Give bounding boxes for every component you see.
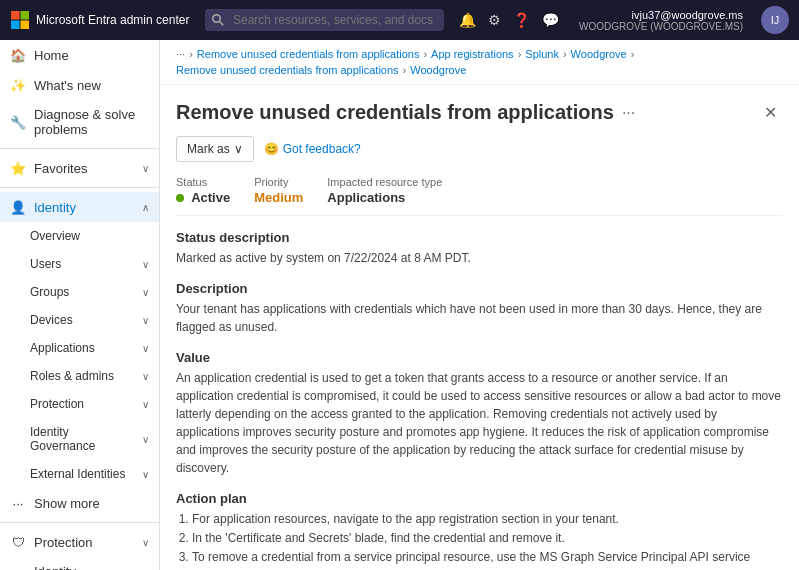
chevron-down-icon: ∨	[142, 259, 149, 270]
user-name: ivju37@woodgrove.ms	[632, 9, 743, 21]
page-header: Remove unused credentials from applicati…	[176, 101, 783, 124]
value-section: Value An application credential is used …	[176, 350, 783, 477]
topbar-icons: 🔔 ⚙ ❓ 💬 ivju37@woodgrove.ms WOODGROVE (W…	[459, 6, 789, 34]
sidebar-item-protection-main[interactable]: 🛡 Protection ∨	[0, 527, 159, 557]
breadcrumb-link-6[interactable]: Woodgrove	[410, 64, 466, 76]
sidebar-item-overview[interactable]: Overview	[0, 222, 159, 250]
status-field: Status Active	[176, 176, 230, 205]
chevron-down-icon: ∨	[142, 371, 149, 382]
topbar: Microsoft Entra admin center 🔔 ⚙ ❓ 💬 ivj…	[0, 0, 799, 40]
page-options-button[interactable]: ···	[622, 104, 635, 122]
breadcrumb-link-3[interactable]: Splunk	[525, 48, 559, 60]
sidebar-item-show-more[interactable]: ··· Show more	[0, 488, 159, 518]
status-label: Status	[176, 176, 230, 188]
user-info: ivju37@woodgrove.ms WOODGROVE (WOODGROVE…	[579, 9, 743, 32]
impacted-value: Applications	[327, 190, 405, 205]
svg-rect-0	[11, 11, 20, 20]
close-button[interactable]: ✕	[758, 101, 783, 124]
sidebar-item-home[interactable]: 🏠 Home	[0, 40, 159, 70]
svg-point-4	[213, 15, 221, 23]
sidebar-item-external-identities[interactable]: External Identities ∨	[0, 460, 159, 488]
breadcrumb-link-5[interactable]: Remove unused credentials from applicati…	[176, 64, 399, 76]
impacted-field: Impacted resource type Applications	[327, 176, 442, 205]
feedback-label: Got feedback?	[283, 142, 361, 156]
home-icon: 🏠	[10, 47, 26, 63]
mark-as-chevron-icon: ∨	[234, 142, 243, 156]
help-icon[interactable]: ❓	[513, 12, 530, 28]
sidebar-item-label: Home	[34, 48, 69, 63]
mark-as-label: Mark as	[187, 142, 230, 156]
priority-value: Medium	[254, 190, 303, 205]
mark-as-button[interactable]: Mark as ∨	[176, 136, 254, 162]
sidebar-item-label: Overview	[30, 229, 80, 243]
got-feedback-link[interactable]: 😊 Got feedback?	[264, 142, 361, 156]
sidebar-item-favorites[interactable]: ⭐ Favorites ∨	[0, 153, 159, 183]
avatar[interactable]: IJ	[761, 6, 789, 34]
status-desc-title: Status description	[176, 230, 783, 245]
breadcrumb-sep: ›	[518, 48, 522, 60]
sidebar-item-label: Identity Governance	[30, 425, 134, 453]
svg-line-5	[220, 22, 224, 26]
sidebar-divider-2	[0, 187, 159, 188]
breadcrumb-sep: ›	[563, 48, 567, 60]
priority-label: Priority	[254, 176, 303, 188]
status-section: Status Active Priority Medium Impacted r…	[176, 176, 783, 216]
chevron-down-icon: ∨	[142, 469, 149, 480]
description-section: Description Your tenant has applications…	[176, 281, 783, 336]
value-title: Value	[176, 350, 783, 365]
sidebar-item-roles-admins[interactable]: Roles & admins ∨	[0, 362, 159, 390]
notification-icon[interactable]: 🔔	[459, 12, 476, 28]
feedback-smiley-icon: 😊	[264, 142, 279, 156]
global-search[interactable]	[205, 9, 444, 31]
priority-field: Priority Medium	[254, 176, 303, 205]
page-title: Remove unused credentials from applicati…	[176, 101, 614, 124]
sidebar-item-applications[interactable]: Applications ∨	[0, 334, 159, 362]
sidebar-item-diagnose[interactable]: 🔧 Diagnose & solve problems	[0, 100, 159, 144]
breadcrumb-link-2[interactable]: App registrations	[431, 48, 514, 60]
sidebar-item-protection[interactable]: Protection ∨	[0, 390, 159, 418]
sidebar-item-identity-governance[interactable]: Identity Governance ∨	[0, 418, 159, 460]
feedback-icon[interactable]: 💬	[542, 12, 559, 28]
action-plan-section: Action plan For application resources, n…	[176, 491, 783, 570]
sidebar-item-label: Applications	[30, 341, 95, 355]
sidebar-item-whats-new[interactable]: ✨ What's new	[0, 70, 159, 100]
sidebar-item-identity[interactable]: 👤 Identity ∧	[0, 192, 159, 222]
impacted-label: Impacted resource type	[327, 176, 442, 188]
breadcrumb-link-1[interactable]: Remove unused credentials from applicati…	[197, 48, 420, 60]
breadcrumb: ··· › Remove unused credentials from app…	[160, 40, 799, 85]
page-content: Remove unused credentials from applicati…	[160, 85, 799, 570]
toolbar: Mark as ∨ 😊 Got feedback?	[176, 136, 783, 162]
status-dot-icon	[176, 194, 184, 202]
sidebar-item-label: Groups	[30, 285, 69, 299]
sidebar-item-label: What's new	[34, 78, 101, 93]
status-desc-text: Marked as active by system on 7/22/2024 …	[176, 249, 783, 267]
search-input[interactable]	[205, 9, 444, 31]
brand-name: Microsoft Entra admin center	[36, 13, 189, 27]
svg-rect-3	[21, 21, 30, 30]
sidebar: 🏠 Home ✨ What's new 🔧 Diagnose & solve p…	[0, 40, 160, 570]
sidebar-item-label: Protection	[30, 397, 84, 411]
sidebar-divider-1	[0, 148, 159, 149]
user-org: WOODGROVE (WOODGROVE.MS)	[579, 21, 743, 32]
diagnose-icon: 🔧	[10, 114, 26, 130]
sidebar-item-label: Users	[30, 257, 61, 271]
value-text: An application credential is used to get…	[176, 369, 783, 477]
sidebar-item-label: Identity	[34, 200, 76, 215]
chevron-down-icon: ∨	[142, 399, 149, 410]
sidebar-item-identity-governance-main[interactable]: 📋 Identity Governance ∨	[0, 557, 159, 570]
status-value: Active	[176, 190, 230, 205]
settings-icon[interactable]: ⚙	[488, 12, 501, 28]
star-icon: ⭐	[10, 160, 26, 176]
chevron-down-icon: ∨	[142, 315, 149, 326]
sidebar-item-groups[interactable]: Groups ∨	[0, 278, 159, 306]
status-text: Active	[191, 190, 230, 205]
sidebar-item-label: Roles & admins	[30, 369, 114, 383]
brand-logo: Microsoft Entra admin center	[10, 10, 190, 30]
sidebar-item-label: Show more	[34, 496, 100, 511]
breadcrumb-link-4[interactable]: Woodgrove	[571, 48, 627, 60]
sidebar-item-users[interactable]: Users ∨	[0, 250, 159, 278]
breadcrumb-sep: ›	[189, 48, 193, 60]
breadcrumb-sep: ›	[631, 48, 635, 60]
sidebar-item-devices[interactable]: Devices ∨	[0, 306, 159, 334]
breadcrumb-ellipsis: ···	[176, 48, 185, 60]
